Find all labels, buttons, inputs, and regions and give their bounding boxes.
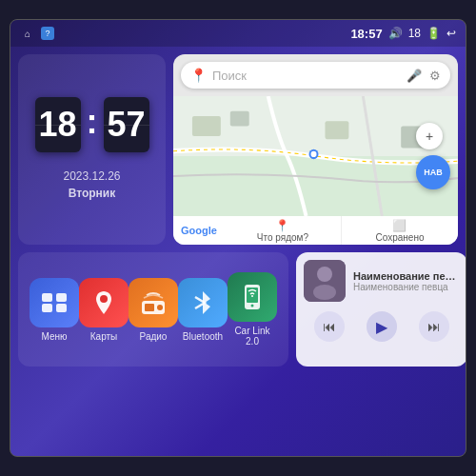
clock-minute: 57 <box>104 97 149 152</box>
map-area[interactable]: + НАВ <box>173 96 458 216</box>
status-left: ⌂ ? <box>20 27 54 40</box>
navigate-button[interactable]: НАВ <box>416 155 450 189</box>
svg-rect-2 <box>192 116 221 136</box>
music-top: Наименование песни Наименование певца <box>304 260 460 302</box>
album-art-image <box>304 260 346 302</box>
saved-icon: ⬜ <box>392 219 407 232</box>
clock-day: Вторник <box>63 185 120 202</box>
saved-button[interactable]: ⬜ Сохранено <box>342 215 458 246</box>
maps-pin-icon <box>89 288 118 317</box>
question-icon[interactable]: ? <box>41 27 54 40</box>
map-widget[interactable]: 📍 Поиск 🎤 ⚙ <box>173 54 458 245</box>
app-item-maps[interactable]: Карты <box>79 278 129 342</box>
svg-rect-4 <box>325 121 348 139</box>
bluetooth-symbol-icon <box>191 288 214 318</box>
svg-point-12 <box>100 295 108 303</box>
app-item-carlink[interactable]: Car Link 2.0 <box>228 272 277 347</box>
svg-rect-14 <box>145 304 154 311</box>
svg-point-22 <box>313 285 336 300</box>
map-bottom-bar: Google 📍 Что рядом? ⬜ Сохранено <box>173 216 458 245</box>
nearby-icon: 📍 <box>275 219 289 232</box>
clock-widget: 18 : 57 2023.12.26 Вторник <box>18 54 166 245</box>
volume-icon: 🔊 <box>388 27 403 40</box>
radio-app-label: Радио <box>140 331 168 342</box>
svg-rect-10 <box>42 304 52 312</box>
main-content: 18 : 57 2023.12.26 Вторник 📍 Поиск 🎤 ⚙ <box>10 47 466 456</box>
apps-panel: Меню Карты <box>18 252 288 367</box>
home-icon[interactable]: ⌂ <box>20 28 35 39</box>
artist-name: Наименование певца <box>353 282 460 292</box>
carlink-app-icon <box>228 272 277 322</box>
bottom-row: Меню Карты <box>18 252 458 367</box>
song-title: Наименование песни <box>353 270 460 282</box>
map-search-bar[interactable]: 📍 Поиск 🎤 ⚙ <box>181 62 450 89</box>
radio-app-icon <box>129 278 178 327</box>
svg-point-21 <box>317 267 332 282</box>
svg-point-18 <box>251 305 254 307</box>
menu-app-icon <box>30 278 79 327</box>
clock-date: 2023.12.26 Вторник <box>63 168 120 202</box>
svg-point-15 <box>157 305 163 310</box>
maps-app-icon <box>79 278 129 327</box>
google-logo: Google <box>173 221 225 240</box>
svg-rect-3 <box>230 111 249 127</box>
radio-wave-icon <box>139 289 168 316</box>
play-button[interactable]: ▶ <box>367 311 397 342</box>
mic-icon[interactable]: 🎤 <box>407 69 422 83</box>
svg-rect-11 <box>56 304 67 312</box>
carlink-app-label: Car Link 2.0 <box>228 326 277 347</box>
prev-button[interactable]: ⏮ <box>314 311 345 342</box>
flip-clock: 18 : 57 <box>35 97 149 152</box>
clock-date-value: 2023.12.26 <box>63 168 120 185</box>
app-item-bluetooth[interactable]: Bluetooth <box>178 278 228 342</box>
menu-grid-icon <box>41 292 68 313</box>
status-bar: ⌂ ? 18:57 🔊 18 🔋 ↩ <box>10 20 466 47</box>
music-controls: ⏮ ▶ ⏭ <box>304 307 460 346</box>
music-info: Наименование песни Наименование певца <box>353 270 460 292</box>
back-icon[interactable]: ↩ <box>446 27 456 40</box>
svg-rect-9 <box>56 293 67 302</box>
status-right: 18:57 🔊 18 🔋 ↩ <box>350 27 456 41</box>
map-fab: + НАВ <box>416 123 450 189</box>
status-time: 18:57 <box>350 27 382 41</box>
clock-colon: : <box>87 102 98 148</box>
device-frame: ⌂ ? 18:57 🔊 18 🔋 ↩ 18 : 57 2023.12.26 <box>10 19 466 457</box>
svg-rect-8 <box>42 293 52 302</box>
album-art <box>304 260 346 302</box>
geo-icon: 📍 <box>190 68 207 83</box>
saved-label: Сохранено <box>376 232 425 243</box>
maps-app-label: Карты <box>90 331 118 342</box>
carlink-phone-icon <box>238 283 267 311</box>
map-search-icons: 🎤 ⚙ <box>407 69 441 83</box>
top-row: 18 : 57 2023.12.26 Вторник 📍 Поиск 🎤 ⚙ <box>18 54 458 245</box>
next-button[interactable]: ⏭ <box>419 311 449 342</box>
zoom-plus-button[interactable]: + <box>416 123 443 149</box>
app-item-radio[interactable]: Радио <box>129 278 178 342</box>
nearby-button[interactable]: 📍 Что рядом? <box>225 215 342 246</box>
clock-hour: 18 <box>35 97 81 152</box>
battery-level: 18 <box>408 27 421 40</box>
svg-point-7 <box>311 151 317 157</box>
bluetooth-app-icon <box>178 278 228 327</box>
map-search-text: Поиск <box>212 69 401 83</box>
bluetooth-app-label: Bluetooth <box>183 331 223 342</box>
menu-app-label: Меню <box>41 331 67 342</box>
app-item-menu[interactable]: Меню <box>30 278 79 342</box>
svg-point-19 <box>251 295 253 297</box>
nearby-label: Что рядом? <box>257 232 308 243</box>
music-panel: Наименование песни Наименование певца ⏮ … <box>296 252 466 367</box>
battery-icon: 🔋 <box>426 27 441 40</box>
settings-icon[interactable]: ⚙ <box>429 69 441 83</box>
